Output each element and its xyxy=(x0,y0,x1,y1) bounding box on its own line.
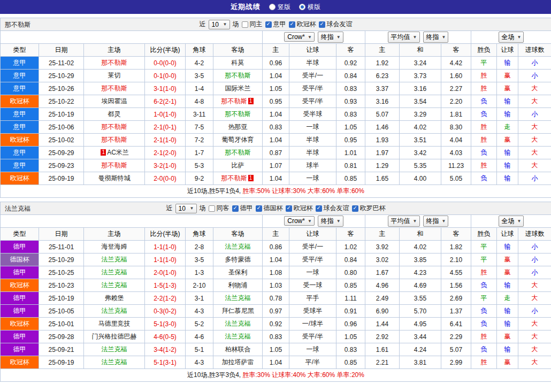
score-link[interactable]: 1-0(1-0) xyxy=(145,108,186,121)
home-team-link[interactable]: 法兰克福 xyxy=(102,268,127,276)
away-team-link[interactable]: 圣保利 xyxy=(228,268,248,276)
scope-select[interactable]: 全场▼ xyxy=(499,216,524,227)
filter-checkbox[interactable]: 欧罗巴杯 xyxy=(352,204,386,213)
scope-select[interactable]: 全场▼ xyxy=(499,32,524,43)
filter-checkbox[interactable]: 同主 xyxy=(242,20,263,29)
odds-away: 0.81 xyxy=(336,159,365,172)
avg-home: 3.37 xyxy=(365,82,400,95)
home-team-link[interactable]: AC米兰 xyxy=(107,149,129,156)
odds-company-select[interactable]: Crow*▼ xyxy=(284,32,315,42)
away-team-link[interactable]: 法兰克福 xyxy=(225,243,251,250)
away-team-link[interactable]: 那不勒斯 xyxy=(221,174,247,182)
filter-checkbox[interactable]: 意甲 xyxy=(265,20,286,29)
home-team-link[interactable]: 曼彻斯特城 xyxy=(98,174,131,182)
home-team-link[interactable]: 那不勒斯 xyxy=(102,162,127,169)
filter-checkbox[interactable]: 欧冠杯 xyxy=(289,20,316,29)
section-header-row: 那不勒斯近10▼场同主意甲欧冠杯球会友谊 xyxy=(1,18,551,31)
corner-score: 4-6 xyxy=(186,330,213,343)
filter-checkbox[interactable]: 同客 xyxy=(209,204,229,213)
away-team-link[interactable]: 加拉塔萨雷 xyxy=(222,358,254,366)
home-team-link[interactable]: 莱切 xyxy=(108,72,121,79)
filter-checkbox[interactable]: 德甲 xyxy=(232,204,253,213)
away-team-link[interactable]: 热那亚 xyxy=(228,123,248,130)
average-stage-select[interactable]: 终指▼ xyxy=(423,32,449,43)
away-team-link[interactable]: 利物浦 xyxy=(228,281,248,289)
odds-home: 0.95 xyxy=(263,95,289,108)
away-team-link[interactable]: 葡萄牙体育 xyxy=(222,136,254,143)
away-team-link[interactable]: 法兰克福 xyxy=(225,320,251,327)
home-team-link[interactable]: 那不勒斯 xyxy=(102,59,127,66)
away-team-link[interactable]: 那不勒斯 xyxy=(225,110,251,118)
avg-home: 1.46 xyxy=(365,121,400,134)
home-team-link[interactable]: 法兰克福 xyxy=(102,358,127,366)
score-link[interactable]: 2-2(1-2) xyxy=(145,292,186,305)
away-team-link[interactable]: 科莫 xyxy=(232,59,244,66)
home-team-link[interactable]: 那不勒斯 xyxy=(102,123,127,130)
odds-stage-select[interactable]: 终指▼ xyxy=(318,216,343,227)
average-stage-select[interactable]: 终指▼ xyxy=(423,216,449,227)
home-team-cell: 法兰克福 xyxy=(84,279,145,292)
away-team-link[interactable]: 柏林联合 xyxy=(225,345,251,353)
home-team-link[interactable]: 都灵 xyxy=(108,110,121,118)
filter-checkbox[interactable]: 球会友谊 xyxy=(319,20,353,29)
home-team-link[interactable]: 法兰克福 xyxy=(102,256,127,263)
score-link[interactable]: 1-5(1-3) xyxy=(145,279,186,292)
away-team-link[interactable]: 那不勒斯 xyxy=(221,97,247,105)
away-team-link[interactable]: 多特蒙德 xyxy=(225,256,251,263)
home-team-link[interactable]: 埃因霍温 xyxy=(102,97,127,105)
recent-count-select[interactable]: 10▼ xyxy=(209,20,230,29)
layout-option-vertical[interactable]: 竖版 xyxy=(269,3,290,12)
score-link[interactable]: 5-1(3-1) xyxy=(145,356,186,369)
filter-checkbox[interactable]: 球会友谊 xyxy=(316,204,349,213)
home-team-link[interactable]: 法兰克福 xyxy=(102,281,127,289)
avg-away: 2.10 xyxy=(441,253,471,266)
recent-count-select[interactable]: 10▼ xyxy=(175,204,197,213)
score-link[interactable]: 5-1(3-0) xyxy=(145,318,186,330)
home-team-link[interactable]: 马德里竞技 xyxy=(98,320,131,327)
league-badge: 欧冠杯 xyxy=(1,356,39,369)
score-link[interactable]: 4-6(0-5) xyxy=(145,330,186,343)
odds-company-select[interactable]: Crow*▼ xyxy=(284,216,315,226)
away-team-link[interactable]: 拜仁慕尼黑 xyxy=(222,307,254,314)
home-team-link[interactable]: 法兰克福 xyxy=(102,345,127,353)
away-team-link[interactable]: 比萨 xyxy=(232,162,244,169)
score-link[interactable]: 3-4(1-2) xyxy=(145,343,186,356)
away-team-link[interactable]: 法兰克福 xyxy=(225,333,251,340)
column-header: 主场 xyxy=(84,228,145,241)
away-team-link[interactable]: 国际米兰 xyxy=(225,84,251,92)
score-link[interactable]: 2-1(0-1) xyxy=(145,121,186,134)
corner-score: 4-8 xyxy=(186,95,213,108)
score-link[interactable]: 2-0(1-0) xyxy=(145,266,186,279)
score-link[interactable]: 6-2(2-1) xyxy=(145,95,186,108)
score-link[interactable]: 3-1(1-0) xyxy=(145,82,186,95)
home-team-link[interactable]: 门兴格拉德巴赫 xyxy=(92,333,137,340)
avg-home: 3.02 xyxy=(365,253,400,266)
home-team-link[interactable]: 那不勒斯 xyxy=(102,84,127,92)
odds-away: 1.05 xyxy=(336,330,365,343)
home-team-link[interactable]: 那不勒斯 xyxy=(102,136,127,143)
away-team-link[interactable]: 那不勒斯 xyxy=(225,149,251,156)
score-link[interactable]: 0-0(0-0) xyxy=(145,57,186,70)
home-team-link[interactable]: 法兰克福 xyxy=(102,307,127,314)
average-select[interactable]: 平均值▼ xyxy=(388,32,420,43)
score-link[interactable]: 0-1(0-0) xyxy=(145,70,186,82)
layout-option-horizontal[interactable]: 横版 xyxy=(299,3,320,12)
score-link[interactable]: 1-1(1-0) xyxy=(145,253,186,266)
filter-checkbox[interactable]: 德国杯 xyxy=(256,204,283,213)
odds-selects: Crow*▼终指▼ xyxy=(263,215,365,228)
home-team-link[interactable]: 弗赖堡 xyxy=(105,294,124,302)
result-handicap: 输 xyxy=(497,318,518,330)
home-team-link[interactable]: 海登海姆 xyxy=(102,243,127,250)
filter-checkbox[interactable]: 欧冠杯 xyxy=(286,204,313,213)
score-link[interactable]: 3-2(1-0) xyxy=(145,159,186,172)
score-link[interactable]: 0-3(0-2) xyxy=(145,305,186,318)
score-link[interactable]: 2-1(1-0) xyxy=(145,134,186,147)
average-select[interactable]: 平均值▼ xyxy=(388,216,420,227)
away-team-link[interactable]: 那不勒斯 xyxy=(225,72,251,79)
score-link[interactable]: 2-0(0-0) xyxy=(145,172,186,185)
average-selects: 平均值▼终指▼ xyxy=(365,31,471,44)
score-link[interactable]: 1-1(1-0) xyxy=(145,241,186,253)
away-team-link[interactable]: 法兰克福 xyxy=(225,294,251,302)
odds-stage-select[interactable]: 终指▼ xyxy=(318,32,343,43)
score-link[interactable]: 2-1(2-0) xyxy=(145,147,186,159)
